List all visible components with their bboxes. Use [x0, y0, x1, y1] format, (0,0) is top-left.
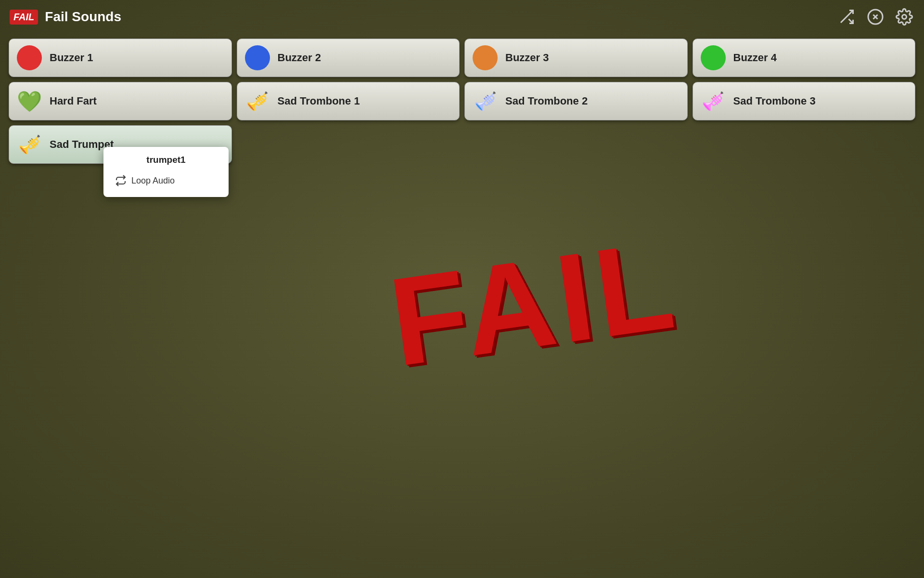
buzzer3-icon: [473, 45, 498, 70]
sound-button-sad-trombone2[interactable]: 🎺 Sad Trombone 2: [464, 82, 688, 120]
sound-button-buzzer3[interactable]: Buzzer 3: [464, 39, 688, 77]
shuffle-button[interactable]: [836, 7, 857, 27]
settings-button[interactable]: [894, 7, 914, 27]
shuffle-icon: [838, 8, 855, 26]
buzzer4-label: Buzzer 4: [733, 52, 777, 64]
app-title: Fail Sounds: [45, 9, 836, 25]
sound-button-sad-trombone1[interactable]: 🎺 Sad Trombone 1: [237, 82, 460, 120]
sad-trombone1-icon: 🎺: [245, 89, 270, 114]
context-menu-title: trumpet1: [113, 155, 219, 165]
close-button[interactable]: [865, 7, 886, 27]
hard-fart-icon: 💚: [17, 89, 42, 114]
loop-icon: [115, 175, 127, 186]
app-logo: FAIL: [10, 10, 38, 25]
sad-trombone1-label: Sad Trombone 1: [278, 95, 360, 107]
sound-button-buzzer2[interactable]: Buzzer 2: [237, 39, 460, 77]
sound-button-hard-fart[interactable]: 💚 Hard Fart: [9, 82, 232, 120]
sound-button-buzzer1[interactable]: Buzzer 1: [9, 39, 232, 77]
context-menu: trumpet1 Loop Audio: [103, 147, 229, 197]
buzzer1-icon: [17, 45, 42, 70]
header-icons: [836, 7, 914, 27]
settings-icon: [896, 8, 913, 26]
sad-trombone2-label: Sad Trombone 2: [505, 95, 588, 107]
fail-text: FAIL: [382, 212, 685, 394]
close-circle-icon: [867, 8, 884, 26]
loop-audio-label: Loop Audio: [131, 176, 175, 186]
loop-audio-item[interactable]: Loop Audio: [113, 172, 219, 189]
sad-trombone3-icon: 🎺: [701, 89, 726, 114]
buzzer3-label: Buzzer 3: [505, 52, 549, 64]
app-header: FAIL Fail Sounds: [0, 0, 924, 34]
hard-fart-label: Hard Fart: [50, 95, 97, 107]
buzzer2-icon: [245, 45, 270, 70]
buzzer1-label: Buzzer 1: [50, 52, 93, 64]
svg-point-5: [902, 15, 907, 19]
sad-trombone3-label: Sad Trombone 3: [733, 95, 816, 107]
buzzer2-label: Buzzer 2: [278, 52, 321, 64]
sound-button-sad-trombone3[interactable]: 🎺 Sad Trombone 3: [693, 82, 916, 120]
sad-trumpet-icon: 🎺: [17, 132, 42, 157]
buzzer4-icon: [701, 45, 726, 70]
sad-trombone2-icon: 🎺: [473, 89, 498, 114]
sound-button-buzzer4[interactable]: Buzzer 4: [693, 39, 916, 77]
